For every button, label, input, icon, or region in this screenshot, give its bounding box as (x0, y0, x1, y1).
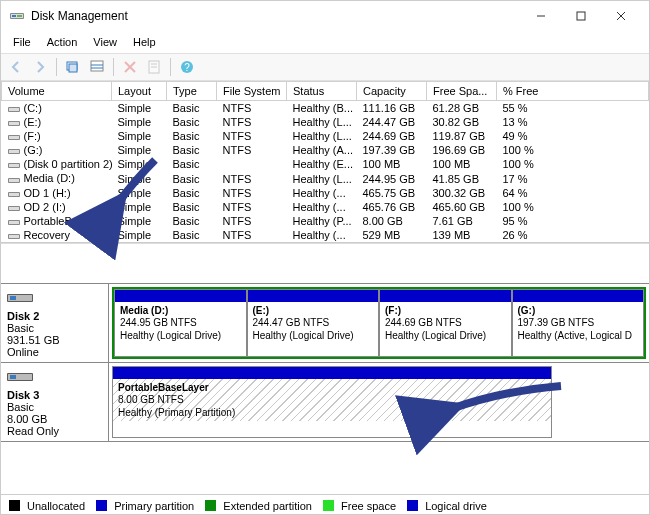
delete-button[interactable] (119, 56, 141, 78)
menu-file[interactable]: File (5, 34, 39, 50)
help-button[interactable]: ? (176, 56, 198, 78)
volume-table: Volume Layout Type File System Status Ca… (1, 81, 649, 242)
svg-text:?: ? (184, 62, 190, 73)
disk2-status: Online (7, 346, 102, 358)
partition-e[interactable]: (E:)244.47 GB NTFSHealthy (Logical Drive… (247, 289, 380, 357)
svg-rect-42 (10, 296, 16, 300)
col-fs[interactable]: File System (217, 82, 287, 101)
volume-icon (8, 132, 20, 142)
minimize-button[interactable] (521, 1, 561, 31)
disk3-size: 8.00 GB (7, 413, 102, 425)
toolbar: ? (1, 53, 649, 81)
menu-bar: File Action View Help (1, 31, 649, 53)
close-button[interactable] (601, 1, 641, 31)
legend: Unallocated Primary partition Extended p… (1, 494, 649, 515)
col-status[interactable]: Status (287, 82, 357, 101)
legend-extended: Extended partition (223, 500, 312, 512)
window-title: Disk Management (31, 9, 521, 23)
col-layout[interactable]: Layout (112, 82, 167, 101)
svg-rect-10 (91, 61, 103, 71)
volume-icon (8, 189, 20, 199)
svg-rect-31 (9, 179, 19, 182)
volume-icon (8, 203, 20, 213)
volume-icon (8, 217, 20, 227)
volume-icon (8, 231, 20, 241)
volume-icon (8, 175, 20, 185)
svg-rect-29 (9, 164, 19, 167)
table-row[interactable]: PortableBaseLayerSimpleBasicNTFSHealthy … (2, 214, 649, 228)
svg-rect-9 (69, 64, 77, 72)
graphical-view: Disk 2 Basic 931.51 GB Online Media (D:)… (1, 283, 649, 442)
volume-icon (8, 160, 20, 170)
svg-rect-45 (10, 375, 16, 379)
back-button[interactable] (5, 56, 27, 78)
disk-icon (7, 367, 37, 387)
table-row[interactable]: (F:)SimpleBasicNTFSHealthy (L...244.69 G… (2, 129, 649, 143)
svg-rect-5 (577, 12, 585, 20)
legend-logical: Logical drive (425, 500, 487, 512)
volume-icon (8, 146, 20, 156)
disk2-title: Disk 2 (7, 310, 102, 322)
legend-primary: Primary partition (114, 500, 194, 512)
table-row[interactable]: OD 1 (H:)SimpleBasicNTFSHealthy (...465.… (2, 186, 649, 200)
svg-rect-27 (9, 150, 19, 153)
table-row[interactable]: (E:)SimpleBasicNTFSHealthy (L...244.47 G… (2, 115, 649, 129)
volume-icon (8, 118, 20, 128)
disk2-size: 931.51 GB (7, 334, 102, 346)
table-row[interactable]: (Disk 0 partition 2)SimpleBasicHealthy (… (2, 157, 649, 171)
svg-rect-35 (9, 207, 19, 210)
svg-rect-37 (9, 221, 19, 224)
disk-icon (7, 288, 37, 308)
table-row[interactable]: (G:)SimpleBasicNTFSHealthy (A...197.39 G… (2, 143, 649, 157)
svg-rect-3 (17, 15, 22, 17)
menu-help[interactable]: Help (125, 34, 164, 50)
svg-rect-23 (9, 122, 19, 125)
col-pct[interactable]: % Free (497, 82, 649, 101)
col-type[interactable]: Type (167, 82, 217, 101)
legend-unallocated: Unallocated (27, 500, 85, 512)
table-row[interactable]: RecoverySimpleBasicNTFSHealthy (...529 M… (2, 228, 649, 242)
extended-partition: Media (D:)244.95 GB NTFSHealthy (Logical… (112, 287, 646, 359)
refresh-button[interactable] (62, 56, 84, 78)
col-free[interactable]: Free Spa... (427, 82, 497, 101)
col-volume[interactable]: Volume (2, 82, 112, 101)
menu-view[interactable]: View (85, 34, 125, 50)
disk3-title: Disk 3 (7, 389, 102, 401)
volume-icon (8, 104, 20, 114)
disk3-type: Basic (7, 401, 102, 413)
legend-free: Free space (341, 500, 396, 512)
partition-portablebaselayer[interactable]: PortableBaseLayer8.00 GB NTFSHealthy (Pr… (112, 366, 552, 438)
forward-button[interactable] (29, 56, 51, 78)
svg-rect-2 (12, 15, 16, 17)
disk-row-3[interactable]: Disk 3 Basic 8.00 GB Read Only PortableB… (1, 363, 649, 442)
table-row[interactable]: Media (D:)SimpleBasicNTFSHealthy (L...24… (2, 171, 649, 185)
app-icon (9, 8, 25, 24)
title-bar: Disk Management (1, 1, 649, 31)
disk3-status: Read Only (7, 425, 102, 437)
rescan-button[interactable] (86, 56, 108, 78)
svg-rect-25 (9, 136, 19, 139)
partition-f[interactable]: (F:)244.69 GB NTFSHealthy (Logical Drive… (379, 289, 512, 357)
disk2-type: Basic (7, 322, 102, 334)
disk-row-2[interactable]: Disk 2 Basic 931.51 GB Online Media (D:)… (1, 284, 649, 363)
svg-rect-21 (9, 108, 19, 111)
table-row[interactable]: (C:)SimpleBasicNTFSHealthy (B...111.16 G… (2, 101, 649, 116)
partition-g[interactable]: (G:)197.39 GB NTFSHealthy (Active, Logic… (512, 289, 645, 357)
col-capacity[interactable]: Capacity (357, 82, 427, 101)
table-gap (1, 243, 649, 283)
partition-d[interactable]: Media (D:)244.95 GB NTFSHealthy (Logical… (114, 289, 247, 357)
svg-rect-33 (9, 193, 19, 196)
table-row[interactable]: OD 2 (I:)SimpleBasicNTFSHealthy (...465.… (2, 200, 649, 214)
properties-button[interactable] (143, 56, 165, 78)
maximize-button[interactable] (561, 1, 601, 31)
svg-rect-39 (9, 235, 19, 238)
menu-action[interactable]: Action (39, 34, 86, 50)
